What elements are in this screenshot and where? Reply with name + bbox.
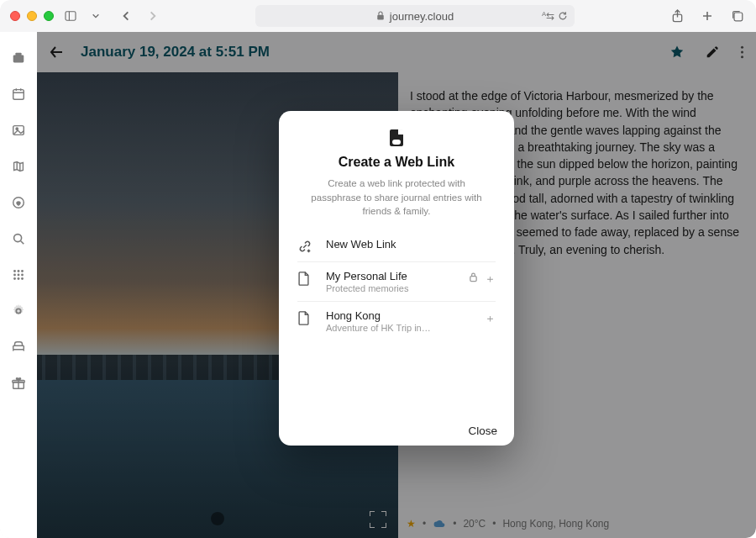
sidebar-item-media[interactable]: [11, 123, 26, 138]
add-to-link-button[interactable]: ＋: [485, 311, 496, 326]
web-link-title: Hong Kong: [326, 309, 471, 322]
sidebar-item-timeline[interactable]: [11, 50, 26, 66]
create-web-link-modal: Create a Web Link Create a web link prot…: [279, 111, 514, 446]
url-host-text: journey.cloud: [390, 10, 454, 23]
nav-forward-button[interactable]: [144, 8, 161, 24]
url-bar[interactable]: journey.cloud ᴬ⇆: [255, 5, 575, 27]
link-add-icon: [297, 238, 312, 254]
web-link-subtitle: Adventure of HK Trip in…: [326, 323, 471, 333]
sidebar-toggle-button[interactable]: [62, 8, 79, 24]
sidebar-item-atlas[interactable]: [11, 159, 26, 174]
window-close-button[interactable]: [10, 11, 20, 21]
sidebar-item-calendar[interactable]: [11, 87, 26, 102]
web-link-title: My Personal Life: [326, 270, 455, 282]
sidebar-item-coach[interactable]: [11, 340, 26, 355]
tab-dropdown-button[interactable]: [87, 8, 104, 24]
new-tab-button[interactable]: [699, 8, 716, 24]
reload-icon[interactable]: [558, 11, 568, 21]
svg-rect-9: [15, 53, 21, 56]
sidebar-item-search[interactable]: [11, 231, 26, 246]
window-zoom-button[interactable]: [44, 11, 54, 21]
svg-rect-2: [377, 15, 384, 20]
new-web-link-label: New Web Link: [326, 238, 496, 251]
sidebar-item-gift[interactable]: [11, 376, 26, 391]
web-link-row[interactable]: Hong Kong Adventure of HK Trip in… ＋: [297, 302, 496, 340]
web-link-subtitle: Protected memories: [326, 283, 455, 293]
window-traffic-lights: [10, 11, 54, 21]
entry-main: January 19, 2024 at 5:51 PM I st: [37, 32, 756, 538]
translate-icon[interactable]: ᴬ⇆: [542, 10, 554, 22]
locked-icon: [469, 272, 478, 287]
sidebar-item-settings[interactable]: [11, 303, 26, 319]
svg-rect-10: [13, 90, 24, 100]
svg-point-24: [13, 274, 16, 277]
svg-point-21: [13, 270, 16, 272]
lock-icon: [376, 11, 385, 21]
svg-rect-7: [734, 13, 743, 21]
modal-header-icon: [279, 129, 514, 146]
modal-title: Create a Web Link: [279, 155, 514, 170]
modal-subtitle: Create a web link protected with passphr…: [279, 170, 514, 230]
tabs-overview-button[interactable]: [729, 8, 746, 24]
svg-point-15: [16, 128, 18, 129]
modal-close-button[interactable]: Close: [468, 425, 497, 437]
sidebar-item-wellness[interactable]: [11, 195, 26, 210]
svg-point-25: [18, 274, 20, 277]
app-sidebar: [0, 32, 37, 538]
browser-chrome: journey.cloud ᴬ⇆: [0, 0, 756, 32]
svg-point-19: [14, 235, 22, 242]
file-icon: [297, 270, 312, 286]
nav-back-button[interactable]: [118, 8, 134, 24]
svg-point-26: [21, 274, 24, 277]
svg-point-29: [21, 277, 24, 280]
svg-rect-30: [13, 345, 24, 350]
svg-point-27: [13, 277, 16, 280]
window-minimize-button[interactable]: [27, 11, 37, 21]
app-container: January 19, 2024 at 5:51 PM I st: [0, 32, 756, 538]
new-web-link-row[interactable]: New Web Link: [297, 230, 496, 262]
svg-line-20: [21, 241, 24, 245]
add-to-link-button[interactable]: ＋: [485, 272, 496, 287]
svg-point-23: [21, 270, 24, 272]
svg-rect-0: [66, 12, 76, 20]
share-button[interactable]: [669, 8, 685, 24]
sidebar-item-apps[interactable]: [11, 267, 26, 282]
web-link-row[interactable]: My Personal Life Protected memories ＋: [297, 262, 496, 302]
svg-point-22: [18, 270, 20, 272]
svg-point-28: [18, 277, 20, 280]
svg-rect-8: [13, 55, 24, 62]
svg-rect-42: [470, 277, 476, 282]
file-icon: [297, 309, 312, 325]
